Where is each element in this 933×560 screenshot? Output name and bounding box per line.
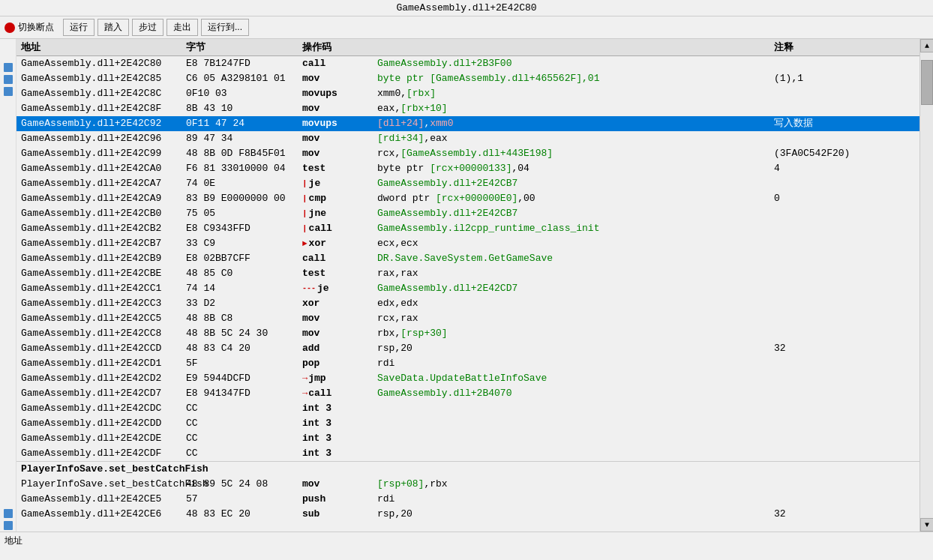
breakpoint-toggle-area: 切换断点	[4, 21, 54, 34]
table-row-selected[interactable]: GameAssembly.dll+2E42C92 0F11 47 24 movu…	[16, 116, 920, 131]
table-row[interactable]: GameAssembly.dll+2E42CA7 74 0E |je GameA…	[16, 176, 920, 191]
table-row[interactable]: GameAssembly.dll+2E42CE5 57 push rdi	[16, 492, 920, 507]
table-row[interactable]: GameAssembly.dll+2E42CDD CC int 3	[16, 416, 920, 431]
section-header: PlayerInfoSave.set_bestCatchFish	[16, 461, 920, 477]
table-row[interactable]: GameAssembly.dll+2E42CB9 E8 02BB7CFF cal…	[16, 251, 920, 266]
title-bar: GameAssembly.dll+2E42C80	[0, 0, 933, 16]
table-row[interactable]: GameAssembly.dll+2E42C8C 0F10 03 movups …	[16, 86, 920, 101]
table-row[interactable]: GameAssembly.dll+2E42CDE CC int 3	[16, 431, 920, 446]
step-into-button[interactable]: 踏入	[98, 19, 129, 36]
run-button[interactable]: 运行	[63, 19, 94, 36]
step-out-button[interactable]: 走出	[166, 19, 198, 36]
title-text: GameAssembly.dll+2E42C80	[396, 2, 536, 13]
table-row[interactable]: GameAssembly.dll+2E42CD1 5F pop rdi	[16, 356, 920, 371]
table-row[interactable]: GameAssembly.dll+2E42CC3 33 D2 xor edx,e…	[16, 296, 920, 311]
table-row[interactable]: GameAssembly.dll+2E42CE6 48 83 EC 20 sub…	[16, 507, 920, 522]
table-row[interactable]: GameAssembly.dll+2E42CCD 48 83 C4 20 add…	[16, 341, 920, 356]
table-row[interactable]: GameAssembly.dll+2E42C8F 8B 43 10 mov ea…	[16, 101, 920, 116]
col-header-bytes: 字节	[182, 40, 298, 54]
col-header-addr: 地址	[16, 40, 182, 54]
main-layout: 地址 字节 操作码 注释 GameAssembly.dll+2E42C80 E8…	[0, 39, 933, 532]
column-header: 地址 字节 操作码 注释	[16, 39, 920, 56]
table-row[interactable]: GameAssembly.dll+2E42CB0 75 05 |jne Game…	[16, 206, 920, 221]
left-sidebar	[0, 39, 16, 532]
table-row[interactable]: GameAssembly.dll+2E42CD2 E9 5944DCFD →jm…	[16, 371, 920, 386]
toolbar: 切换断点 运行 踏入 步过 走出 运行到...	[0, 16, 933, 39]
table-row[interactable]: GameAssembly.dll+2E42C96 89 47 34 mov [r…	[16, 131, 920, 146]
status-text: 地址	[4, 535, 22, 547]
table-row[interactable]: GameAssembly.dll+2E42CC1 74 14 ---je Gam…	[16, 281, 920, 296]
col-header-op: 操作码	[298, 40, 373, 54]
scrollbar-right[interactable]: ▲ ▼	[920, 39, 933, 532]
sidebar-icon-5	[4, 521, 13, 530]
scroll-track[interactable]	[920, 52, 933, 518]
table-row[interactable]: GameAssembly.dll+2E42CB2 E8 C9343FFD |ca…	[16, 221, 920, 236]
table-row[interactable]: GameAssembly.dll+2E42CB7 33 C9 ►xor ecx,…	[16, 236, 920, 251]
table-row[interactable]: GameAssembly.dll+2E42CC8 48 8B 5C 24 30 …	[16, 326, 920, 341]
table-row[interactable]: GameAssembly.dll+2E42CA9 83 B9 E0000000 …	[16, 191, 920, 206]
sidebar-icon-3	[4, 87, 13, 96]
table-row[interactable]: GameAssembly.dll+2E42CC5 48 8B C8 mov rc…	[16, 311, 920, 326]
table-row[interactable]: GameAssembly.dll+2E42CD7 E8 941347FD →ca…	[16, 386, 920, 401]
table-row[interactable]: GameAssembly.dll+2E42C80 E8 7B1247FD cal…	[16, 56, 920, 71]
col-header-operands	[373, 40, 770, 54]
run-to-button[interactable]: 运行到...	[201, 19, 249, 36]
table-area: 地址 字节 操作码 注释 GameAssembly.dll+2E42C80 E8…	[16, 39, 920, 532]
table-row[interactable]: GameAssembly.dll+2E42CA0 F6 81 33010000 …	[16, 161, 920, 176]
table-row[interactable]: GameAssembly.dll+2E42C85 C6 05 A3298101 …	[16, 71, 920, 86]
scroll-up-button[interactable]: ▲	[920, 39, 933, 52]
scroll-down-button[interactable]: ▼	[920, 518, 933, 532]
table-row[interactable]: GameAssembly.dll+2E42CDF CC int 3	[16, 446, 920, 461]
sidebar-icon-2	[4, 75, 13, 84]
step-over-button[interactable]: 步过	[132, 19, 164, 36]
table-row[interactable]: GameAssembly.dll+2E42CBE 48 85 C0 test r…	[16, 266, 920, 281]
disasm-rows: GameAssembly.dll+2E42C80 E8 7B1247FD cal…	[16, 56, 920, 532]
sidebar-icon-1	[4, 63, 13, 72]
status-bar: 地址	[0, 532, 933, 550]
table-row[interactable]: PlayerInfoSave.set_bestCatchFish 48 89 5…	[16, 477, 920, 492]
toggle-breakpoint-label[interactable]: 切换断点	[18, 21, 54, 34]
sidebar-icon-4	[4, 509, 13, 518]
table-row[interactable]: GameAssembly.dll+2E42CDC CC int 3	[16, 401, 920, 416]
scroll-thumb[interactable]	[921, 60, 933, 105]
table-row[interactable]: GameAssembly.dll+2E42C99 48 8B 0D F8B45F…	[16, 146, 920, 161]
col-header-comment: 注释	[770, 40, 920, 54]
